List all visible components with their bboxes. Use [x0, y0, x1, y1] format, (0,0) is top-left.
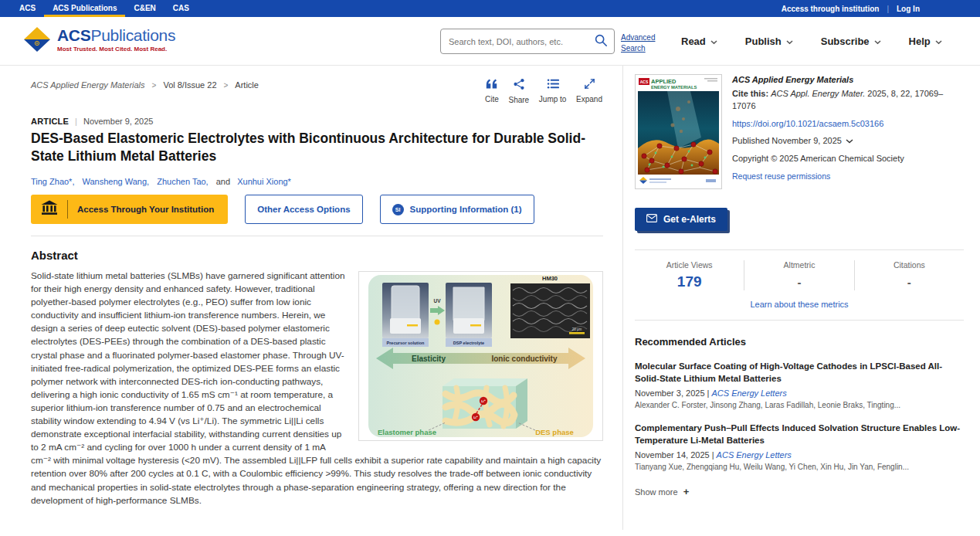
chevron-down-icon [935, 36, 942, 47]
sidebar: ACS APPLIED ENERGY MATERIALS [635, 74, 964, 497]
expand-button[interactable]: Expand [576, 78, 602, 104]
search-input[interactable] [449, 37, 594, 46]
figure-photo2-caption: DSP electrolyte [453, 341, 484, 345]
sidebar-divider [622, 66, 623, 530]
recommended-article-title[interactable]: Complementary Push–Pull Effects Induced … [635, 422, 964, 446]
altmetric-value: - [744, 276, 853, 289]
topnav-cas[interactable]: CAS [164, 0, 198, 17]
other-access-options-button[interactable]: Other Access Options [245, 195, 362, 224]
page-title: DES-Based Elastomeric Electrolytes with … [31, 130, 592, 165]
access-institution-button[interactable]: Access Through Your Institution [31, 195, 228, 224]
recommended-articles-heading: Recommended Articles [635, 336, 964, 348]
topnav-acs[interactable]: ACS [19, 0, 44, 17]
breadcrumb-issue-link[interactable]: Vol 8/Issue 22 [163, 80, 216, 90]
recommended-article-item[interactable]: Complementary Push–Pull Effects Induced … [635, 422, 964, 471]
chevron-down-icon [786, 36, 793, 47]
top-nav-account: Access through institution | Log In [782, 0, 980, 17]
recommended-article-meta: November 14, 2025 | ACS Energy Letters [635, 450, 964, 460]
chevron-down-icon [874, 36, 881, 47]
jump-to-button[interactable]: Jump to [539, 78, 567, 104]
expand-arrows-icon [584, 78, 595, 93]
breadcrumb-separator: > [224, 81, 229, 90]
search-icon[interactable] [594, 33, 608, 50]
acs-publications-logo[interactable]: ACSPublications Most Trusted. Most Cited… [23, 27, 175, 55]
article-views-label: Article Views [635, 260, 744, 270]
topnav-cen[interactable]: C&EN [125, 0, 164, 17]
article-date: November 9, 2025 [83, 117, 154, 126]
access-through-institution-link[interactable]: Access through institution [782, 5, 880, 13]
show-more-button[interactable]: Show more + [635, 486, 964, 497]
cite-this-line: Cite this: ACS Appl. Energy Mater. 2025,… [732, 88, 964, 112]
cite-quote-icon [485, 78, 498, 93]
get-e-alerts-button[interactable]: Get e-Alerts [635, 208, 727, 231]
recommended-article-meta: November 3, 2025 | ACS Energy Letters [635, 388, 964, 398]
request-reuse-permissions-link[interactable]: Request reuse permissions [732, 171, 964, 182]
author-link[interactable]: Zhuchen Tao, [157, 177, 208, 186]
author-link[interactable]: Ting Zhao*, [31, 177, 74, 186]
menu-publish[interactable]: Publish [745, 36, 793, 47]
cite-this-label: Cite this: [732, 89, 768, 98]
learn-about-metrics-link[interactable]: Learn about these metrics [635, 297, 964, 320]
abstract-heading: Abstract [31, 249, 78, 262]
chevron-down-icon [710, 36, 717, 47]
login-link[interactable]: Log In [897, 5, 920, 13]
recommended-article-item[interactable]: Molecular Surface Coating of High-Voltag… [635, 361, 964, 409]
journal-name-link[interactable]: ACS Applied Energy Materials [732, 74, 964, 86]
envelope-icon [646, 214, 657, 225]
cite-button[interactable]: Cite [485, 78, 499, 104]
chevron-down-icon [846, 135, 853, 147]
recommended-article-authors: Alexander C. Forster, Jinsong Zhang, Lar… [635, 401, 964, 409]
journal-citation-info: ACS Applied Energy Materials Cite this: … [732, 74, 964, 192]
journal-info-block: ACS APPLIED ENERGY MATERIALS [635, 74, 964, 192]
author-link[interactable]: Xunhui Xiong* [237, 177, 291, 186]
section-divider [31, 236, 603, 236]
article-action-bar: Cite Share Jump to Expand [485, 78, 602, 104]
meta-separator: | [707, 388, 710, 398]
header-menus: Read Publish Subscribe Help [681, 17, 942, 66]
figure-des-phase-label: DES phase [535, 428, 574, 436]
author-link[interactable]: Wansheng Wang, [83, 177, 150, 186]
copyright-text: Copyright © 2025 American Chemical Socie… [732, 153, 964, 165]
doi-link[interactable]: https://doi.org/10.1021/acsaem.5c03166 [732, 118, 964, 130]
menu-subscribe[interactable]: Subscribe [821, 36, 881, 47]
breadcrumb-separator: > [152, 81, 157, 90]
get-e-alerts-label: Get e-Alerts [663, 214, 716, 225]
supporting-information-button[interactable]: SI Supporting Information (1) [380, 195, 534, 224]
cover-title-line1: APPLIED [651, 78, 677, 85]
breadcrumb-journal-link[interactable]: ACS Applied Energy Materials [31, 80, 145, 90]
published-date: Published November 9, 2025 [732, 135, 842, 147]
abstract-graphic[interactable]: Precursor solution UV DSP electrolyte HM… [358, 271, 603, 441]
site-header: ACSPublications Most Trusted. Most Cited… [0, 17, 980, 66]
figure-elastomer-phase-label: Elastomer phase [378, 428, 436, 436]
advanced-search-link[interactable]: Advanced Search [621, 32, 663, 53]
recommended-article-title[interactable]: Molecular Surface Coating of High-Voltag… [635, 361, 964, 385]
share-button[interactable]: Share [508, 78, 529, 104]
breadcrumb-current: Article [235, 80, 259, 90]
menu-help[interactable]: Help [909, 36, 942, 47]
recommended-article-journal-link[interactable]: ACS Energy Letters [711, 388, 786, 398]
figure-sem-scale: 20 μm [572, 327, 582, 331]
sidebar-section-divider [635, 320, 964, 321]
supporting-information-label: Supporting Information (1) [410, 205, 522, 214]
recommended-article-journal-link[interactable]: ACS Energy Letters [717, 450, 792, 460]
article-meta: ARTICLE | November 9, 2025 [31, 117, 153, 126]
topnav-separator: | [887, 5, 889, 13]
menu-publish-label: Publish [745, 36, 782, 47]
topnav-acs-publications[interactable]: ACS Publications [44, 0, 125, 17]
journal-cover-image[interactable]: ACS APPLIED ENERGY MATERIALS [635, 74, 722, 192]
logo-tagline: Most Trusted. Most Cited. Most Read. [57, 46, 175, 53]
logo-publications-text: Publications [90, 26, 175, 44]
cover-acs-text: ACS [640, 80, 649, 84]
top-nav-bar: ACS ACS Publications C&EN CAS Access thr… [0, 0, 980, 17]
recommended-article-authors: Tianyang Xue, Zhengqiang Hu, Weilu Wang,… [635, 463, 964, 471]
abstract-body: Precursor solution UV DSP electrolyte HM… [31, 270, 603, 507]
metric-altmetric: Altmetric - [744, 260, 853, 290]
published-date-toggle[interactable]: Published November 9, 2025 [732, 135, 964, 147]
menu-read[interactable]: Read [681, 36, 717, 47]
menu-read-label: Read [681, 36, 706, 47]
altmetric-label: Altmetric [744, 260, 853, 270]
other-access-label: Other Access Options [257, 205, 350, 214]
cite-label: Cite [485, 95, 499, 103]
search-box [440, 29, 615, 54]
menu-subscribe-label: Subscribe [821, 36, 870, 47]
